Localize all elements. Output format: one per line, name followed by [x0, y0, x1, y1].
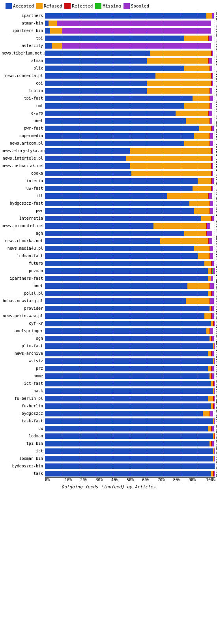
bar-segment-accepted — [45, 471, 211, 476]
bar-segment-spooled — [57, 21, 211, 26]
bar-segment-accepted — [45, 343, 213, 349]
legend-item-missing: Missing — [95, 3, 121, 9]
bar-track — [45, 388, 215, 394]
bar-segment-refused — [184, 36, 208, 41]
bar-segment-accepted — [45, 403, 211, 409]
bar-track — [45, 283, 215, 289]
legend-item-refused: Refused — [36, 3, 62, 9]
bar-segment-refused — [208, 276, 211, 281]
table-row: pwr-fast858386020 — [2, 124, 215, 132]
bar-segment-spooled — [212, 216, 214, 221]
bar-segment-spooled — [211, 276, 213, 281]
bar-track — [45, 73, 215, 79]
row-label: news.chmurka.net — [2, 239, 45, 243]
table-row: news.promontel.net.pl74263594 — [2, 222, 215, 230]
bar-segment-accepted — [45, 246, 194, 251]
row-label: news.intertele.pl — [2, 156, 45, 160]
row-label: rmf — [2, 104, 45, 108]
x-tick: 100% — [200, 478, 215, 482]
row-label: lodman-bin — [2, 456, 45, 461]
bar-track — [45, 223, 215, 229]
table-row: uw-fast342344211 — [2, 185, 215, 192]
bar-track — [45, 178, 215, 184]
row-label: provider — [2, 306, 45, 311]
bar-segment-accepted — [45, 28, 50, 34]
bar-segment-spooled — [210, 88, 212, 94]
row-label: prz — [2, 366, 45, 371]
row-label: uw-fast — [2, 186, 45, 190]
x-tick: 70% — [153, 478, 169, 482]
table-row: supermedia582145729 — [2, 132, 215, 139]
bar-track — [45, 268, 215, 274]
bar-track — [45, 448, 215, 454]
bar-segment-spooled — [212, 148, 213, 154]
bar-segment-spooled — [210, 96, 213, 101]
bar-segment-accepted — [45, 66, 184, 71]
bar-segment-spooled — [214, 448, 215, 454]
bar-segment-accepted — [45, 373, 210, 379]
table-row: plix31120832815 — [2, 64, 215, 72]
row-label: fu-berlin-pl — [2, 396, 45, 401]
bar-segment-accepted — [45, 141, 184, 146]
row-label: futuro — [2, 261, 45, 266]
table-row: provider28578579 — [2, 305, 215, 312]
bar-segment-accepted — [45, 456, 213, 461]
bar-segment-spooled — [212, 291, 214, 296]
bar-track — [45, 321, 215, 326]
bar-segment-accepted — [45, 231, 184, 236]
bar-segment-accepted — [45, 216, 201, 221]
bar-track — [45, 201, 215, 206]
bar-segment-spooled — [214, 381, 215, 386]
bar-segment-refused — [208, 291, 211, 296]
table-row: prz5539184 — [2, 365, 215, 372]
bar-track — [45, 396, 215, 401]
table-row: polsl.pl26948799 — [2, 290, 215, 297]
table-row: tpi-fast946807110 — [2, 94, 215, 102]
bar-segment-accepted — [45, 81, 147, 86]
table-row: bnet5394810 — [2, 282, 215, 290]
bar-segment-refused — [187, 283, 210, 289]
legend-color-refused — [36, 3, 43, 9]
x-tick: 20% — [76, 478, 92, 482]
bar-track — [45, 171, 215, 176]
bar-segment-accepted — [45, 328, 206, 334]
bar-track — [45, 88, 215, 94]
bar-segment-refused — [204, 261, 211, 266]
row-label: news.pekin.waw.pl — [2, 314, 45, 318]
row-label: pwr-fast — [2, 126, 45, 130]
row-label: news.netmaniak.net — [2, 164, 45, 168]
bar-segment-refused — [130, 163, 211, 169]
bar-segment-refused — [206, 328, 210, 334]
legend-color-accepted — [6, 3, 12, 9]
bar-segment-accepted — [45, 111, 176, 116]
bar-segment-refused — [186, 298, 210, 304]
row-label: astercity — [2, 43, 45, 48]
x-tick: 0% — [45, 478, 60, 482]
bar-segment-refused — [198, 253, 210, 259]
bar-track — [45, 96, 215, 101]
x-axis: 0%10%20%30%40%50%60%70%80%90%100% — [45, 477, 215, 482]
bar-segment-accepted — [45, 193, 167, 199]
bar-segment-refused — [198, 178, 211, 184]
bar-segment-spooled — [210, 103, 212, 109]
table-row: news.eturystyka.org55255520 — [2, 147, 215, 154]
table-row: ipartners-fast57749836 — [2, 275, 215, 282]
bar-segment-spooled — [212, 156, 213, 161]
bar-segment-accepted — [45, 306, 210, 311]
legend-label: Refused — [44, 4, 62, 9]
bar-segment-spooled — [212, 163, 213, 169]
bar-track — [45, 433, 215, 439]
row-label: uw — [2, 426, 45, 431]
row-label: axelspringer — [2, 329, 45, 333]
bar-segment-accepted — [45, 88, 147, 94]
bar-segment-refused — [131, 171, 211, 176]
row-label: lodman — [2, 434, 45, 438]
bar-segment-spooled — [210, 283, 214, 289]
bar-segment-refused — [176, 111, 208, 116]
table-row: news.intertele.pl51715166 — [2, 154, 215, 162]
row-label: bobas.nowytarg.pl — [2, 299, 45, 303]
bar-segment-spooled — [207, 223, 211, 229]
row-label: lublin — [2, 89, 45, 93]
bar-segment-spooled — [212, 126, 214, 131]
bar-segment-refused — [49, 21, 57, 26]
